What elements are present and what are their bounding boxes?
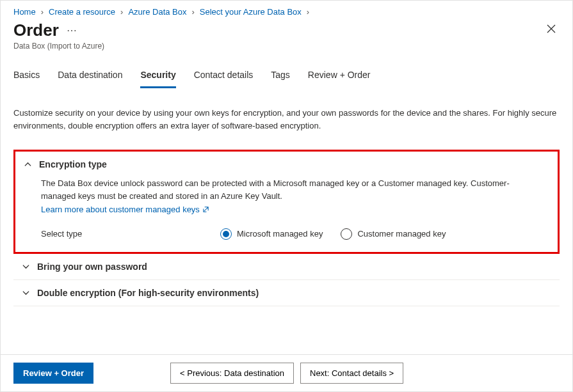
section-title-encryption: Encryption type: [39, 159, 107, 169]
learn-more-link[interactable]: Learn more about customer managed keys: [41, 203, 209, 216]
tabs: Basics Data destination Security Contact…: [1, 56, 572, 88]
section-double-encryption: Double encryption (For high-security env…: [13, 280, 560, 306]
encryption-description: The Data Box device unlock password can …: [41, 177, 532, 203]
page-header: Order ⋯ Data Box (Import to Azure): [1, 20, 572, 56]
breadcrumb: Home › Create a resource › Azure Data Bo…: [1, 1, 572, 20]
breadcrumb-link-home[interactable]: Home: [13, 7, 36, 17]
section-title-double: Double encryption (For high-security env…: [37, 288, 259, 298]
tab-tags[interactable]: Tags: [271, 66, 290, 88]
radio-label-customer: Customer managed key: [357, 228, 446, 240]
chevron-right-icon: ›: [120, 7, 123, 17]
section-body-encryption: The Data Box device unlock password can …: [15, 177, 558, 252]
learn-more-label: Learn more about customer managed keys: [41, 203, 200, 216]
section-header-encryption[interactable]: Encryption type: [15, 152, 558, 177]
breadcrumb-link-create-resource[interactable]: Create a resource: [49, 7, 115, 17]
external-link-icon: [202, 206, 209, 213]
chevron-down-icon: [22, 289, 29, 296]
chevron-right-icon: ›: [191, 7, 194, 17]
radio-microsoft-managed-key[interactable]: Microsoft managed key: [220, 228, 323, 240]
review-order-button[interactable]: Review + Order: [13, 363, 93, 384]
section-encryption-type: Encryption type The Data Box device unlo…: [13, 150, 560, 254]
chevron-right-icon: ›: [41, 7, 44, 17]
previous-button[interactable]: < Previous: Data destination: [170, 363, 294, 384]
footer: Review + Order < Previous: Data destinat…: [1, 354, 572, 391]
tab-description: Customize security on your device by usi…: [1, 97, 572, 141]
tab-contact-details[interactable]: Contact details: [194, 66, 254, 88]
section-header-byop[interactable]: Bring your own password: [13, 254, 560, 279]
tab-security[interactable]: Security: [140, 66, 175, 88]
chevron-down-icon: [22, 263, 29, 270]
section-header-double-encryption[interactable]: Double encryption (For high-security env…: [13, 280, 560, 306]
breadcrumb-link-select-data-box[interactable]: Select your Azure Data Box: [200, 7, 302, 17]
breadcrumb-link-azure-data-box[interactable]: Azure Data Box: [128, 7, 186, 17]
tab-basics[interactable]: Basics: [13, 66, 40, 88]
radio-customer-managed-key[interactable]: Customer managed key: [341, 228, 446, 240]
page-title: Order: [13, 20, 59, 40]
chevron-up-icon: [24, 161, 31, 168]
close-icon[interactable]: [543, 20, 560, 37]
tab-data-destination[interactable]: Data destination: [58, 66, 122, 88]
more-icon[interactable]: ⋯: [67, 24, 77, 36]
next-button[interactable]: Next: Contact details >: [300, 363, 403, 384]
radio-icon: [341, 228, 352, 240]
page-subtitle: Data Box (Import to Azure): [13, 42, 104, 51]
chevron-right-icon: ›: [307, 7, 309, 17]
radio-label-microsoft: Microsoft managed key: [237, 228, 323, 240]
section-bring-your-own-password: Bring your own password: [13, 254, 560, 280]
tab-review-order[interactable]: Review + Order: [308, 66, 371, 88]
section-title-byop: Bring your own password: [37, 262, 147, 272]
select-type-label: Select type: [41, 228, 220, 240]
radio-icon: [220, 228, 232, 240]
